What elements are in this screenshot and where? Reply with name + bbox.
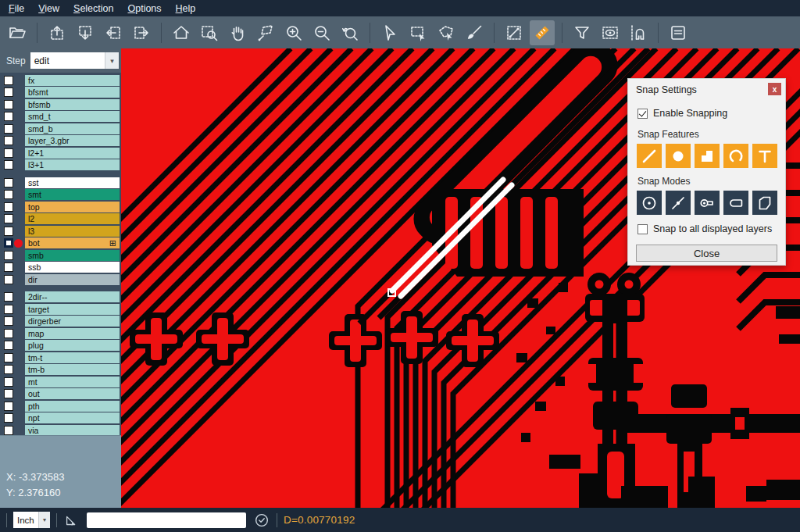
- layer-label[interactable]: top: [25, 202, 120, 212]
- export-top-button[interactable]: [45, 20, 70, 45]
- layer-label[interactable]: bfsmt: [25, 87, 120, 98]
- snap-line-button[interactable]: [637, 144, 662, 168]
- zoom-selection-button[interactable]: [197, 20, 222, 45]
- menu-selection[interactable]: Selection: [66, 3, 120, 14]
- layer-visibility-checkbox[interactable]: [4, 148, 13, 158]
- layer-visibility-checkbox[interactable]: [4, 238, 13, 248]
- filter-button[interactable]: [570, 20, 595, 45]
- layer-visibility-checkbox[interactable]: [4, 214, 13, 223]
- layer-label[interactable]: smd_b: [25, 123, 120, 134]
- layer-label[interactable]: layer_3.gbr: [25, 135, 120, 146]
- mode-slot-button[interactable]: [723, 191, 748, 215]
- ruler-button[interactable]: [530, 20, 555, 45]
- measure-distance-button[interactable]: [502, 20, 527, 45]
- layer-visibility-checkbox[interactable]: [4, 190, 13, 199]
- layer-visibility-checkbox[interactable]: [4, 389, 13, 398]
- layer-label[interactable]: l2+1: [25, 148, 120, 159]
- layer-visibility-checkbox[interactable]: [4, 136, 13, 145]
- layer-row[interactable]: l2: [0, 213, 121, 226]
- layer-label[interactable]: sst: [25, 177, 120, 188]
- layer-visibility-checkbox[interactable]: [4, 124, 13, 134]
- layer-row[interactable]: sst: [0, 177, 121, 189]
- layer-visibility-checkbox[interactable]: [4, 87, 13, 97]
- snap-pad-button[interactable]: [666, 144, 691, 168]
- layer-visibility-checkbox[interactable]: [4, 160, 13, 170]
- layer-visibility-checkbox[interactable]: [4, 178, 13, 187]
- layer-visibility-checkbox[interactable]: [4, 377, 13, 387]
- snap-surface-button[interactable]: [695, 144, 720, 168]
- close-icon[interactable]: x: [768, 83, 781, 95]
- layer-row[interactable]: plug: [0, 340, 121, 352]
- layer-label[interactable]: l2: [25, 213, 120, 224]
- layer-row[interactable]: l2+1: [0, 147, 121, 159]
- menu-file[interactable]: File: [2, 3, 31, 14]
- menu-help[interactable]: Help: [169, 3, 203, 14]
- layer-row[interactable]: pth: [0, 400, 121, 412]
- step-select[interactable]: edit ▾: [30, 52, 119, 69]
- layer-row[interactable]: mt: [0, 376, 121, 388]
- layer-visibility-checkbox[interactable]: [4, 251, 13, 260]
- layer-visibility-checkbox[interactable]: [4, 341, 13, 350]
- corner-angle-icon[interactable]: [63, 512, 80, 529]
- layer-row[interactable]: ssb: [0, 262, 121, 274]
- layer-label[interactable]: plug: [25, 340, 120, 351]
- layer-visibility-checkbox[interactable]: [4, 76, 13, 85]
- layer-row[interactable]: dirgerber: [0, 316, 121, 328]
- zoom-reset-button[interactable]: [338, 20, 362, 45]
- brush-button[interactable]: [462, 20, 487, 45]
- import-bottom-button[interactable]: [73, 20, 98, 45]
- zoom-in-button[interactable]: [281, 20, 306, 45]
- layer-label[interactable]: smt: [25, 189, 120, 200]
- export-right-button[interactable]: [129, 20, 154, 45]
- mode-center-button[interactable]: [637, 191, 662, 215]
- layer-row[interactable]: layer_3.gbr: [0, 135, 121, 148]
- layer-label[interactable]: via: [25, 425, 120, 436]
- layer-visibility-checkbox[interactable]: [4, 413, 13, 423]
- layer-label[interactable]: smd_t: [25, 111, 120, 122]
- layer-label[interactable]: dir: [25, 274, 120, 285]
- pan-hand-button[interactable]: [225, 20, 250, 45]
- layer-visibility-checkbox[interactable]: [4, 275, 13, 284]
- layer-label[interactable]: smb: [25, 250, 120, 261]
- layer-visibility-checkbox[interactable]: [4, 329, 13, 338]
- layer-row[interactable]: fx: [0, 74, 121, 87]
- layer-label[interactable]: npt: [25, 412, 120, 423]
- layer-visibility-checkbox[interactable]: [4, 292, 13, 302]
- layer-visibility-checkbox[interactable]: [4, 305, 13, 314]
- mode-line-button[interactable]: [666, 191, 691, 215]
- layer-label[interactable]: bfsmb: [25, 99, 120, 110]
- layer-row[interactable]: 2dir--: [0, 291, 121, 304]
- layer-row[interactable]: smb: [0, 249, 121, 262]
- layer-label[interactable]: mt: [25, 377, 120, 387]
- highlight-eye-button[interactable]: [598, 20, 623, 45]
- layer-visibility-checkbox[interactable]: [4, 202, 13, 212]
- snap-arc-button[interactable]: [723, 144, 748, 168]
- layer-row[interactable]: l3: [0, 225, 121, 237]
- layer-row[interactable]: target: [0, 303, 121, 316]
- layer-label[interactable]: l3: [25, 226, 120, 237]
- unit-select[interactable]: Inch ▾: [13, 512, 50, 528]
- report-form-button[interactable]: [666, 20, 691, 45]
- layer-row[interactable]: tm-b: [0, 364, 121, 377]
- layer-visibility-checkbox[interactable]: [4, 365, 13, 374]
- export-left-button[interactable]: [101, 20, 126, 45]
- measure-input[interactable]: [87, 512, 246, 528]
- snap-text-button[interactable]: [752, 144, 777, 168]
- mode-profile-button[interactable]: [752, 191, 777, 215]
- layer-visibility-checkbox[interactable]: [4, 262, 13, 272]
- polygon-select-button[interactable]: [434, 20, 459, 45]
- layer-label[interactable]: dirgerber: [25, 316, 120, 327]
- mode-pad-button[interactable]: [695, 191, 720, 215]
- grid-icon[interactable]: ⊞: [109, 239, 116, 248]
- layer-label[interactable]: map: [25, 328, 120, 339]
- layer-visibility-checkbox[interactable]: [4, 316, 13, 326]
- layer-row[interactable]: out: [0, 388, 121, 401]
- layer-label[interactable]: bot⊞: [25, 237, 120, 248]
- layer-visibility-checkbox[interactable]: [4, 112, 13, 121]
- layer-row[interactable]: bfsmb: [0, 98, 121, 111]
- layer-label[interactable]: pth: [25, 401, 120, 412]
- layer-label[interactable]: out: [25, 388, 120, 399]
- layer-row[interactable]: dir: [0, 273, 121, 286]
- layer-label[interactable]: tm-t: [25, 352, 120, 363]
- layer-row[interactable]: map: [0, 327, 121, 340]
